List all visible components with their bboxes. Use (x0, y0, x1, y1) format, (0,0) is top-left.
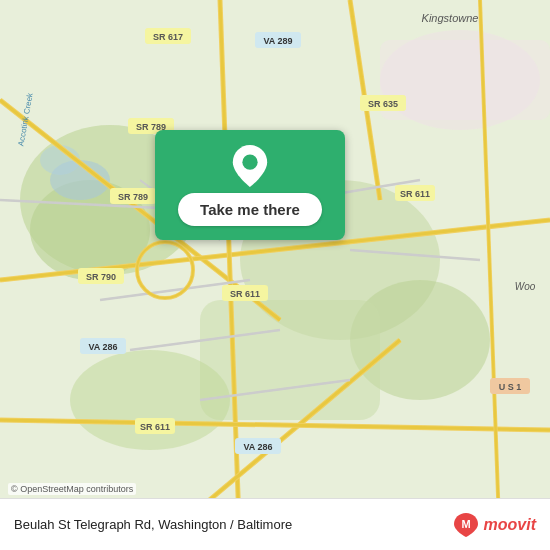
bottom-bar: Beulah St Telegraph Rd, Washington / Bal… (0, 498, 550, 550)
svg-text:SR 611: SR 611 (140, 422, 170, 432)
svg-text:M: M (461, 518, 470, 530)
svg-point-62 (242, 154, 257, 169)
location-pin-icon (232, 145, 268, 187)
svg-text:VA 286: VA 286 (88, 342, 117, 352)
svg-text:U S 1: U S 1 (499, 382, 522, 392)
moovit-logo: M moovit (452, 511, 536, 539)
map-container: SR 617 VA 289 SR 635 SR 789 SR 789 SR 61… (0, 0, 550, 550)
button-overlay: Take me there (155, 130, 345, 240)
svg-text:VA 286: VA 286 (243, 442, 272, 452)
svg-text:SR 635: SR 635 (368, 99, 398, 109)
osm-attribution: © OpenStreetMap contributors (8, 483, 136, 495)
take-me-there-card[interactable]: Take me there (155, 130, 345, 240)
svg-text:SR 611: SR 611 (230, 289, 260, 299)
svg-text:Kingstowne: Kingstowne (422, 12, 479, 24)
svg-text:VA 289: VA 289 (263, 36, 292, 46)
svg-text:SR 617: SR 617 (153, 32, 183, 42)
take-me-there-button[interactable]: Take me there (178, 193, 322, 226)
moovit-icon: M (452, 511, 480, 539)
osm-text: © OpenStreetMap contributors (11, 484, 133, 494)
svg-text:SR 611: SR 611 (400, 189, 430, 199)
svg-text:SR 790: SR 790 (86, 272, 116, 282)
svg-text:Woo: Woo (515, 281, 536, 292)
moovit-text: moovit (484, 516, 536, 534)
address-label: Beulah St Telegraph Rd, Washington / Bal… (14, 517, 292, 532)
svg-text:SR 789: SR 789 (118, 192, 148, 202)
